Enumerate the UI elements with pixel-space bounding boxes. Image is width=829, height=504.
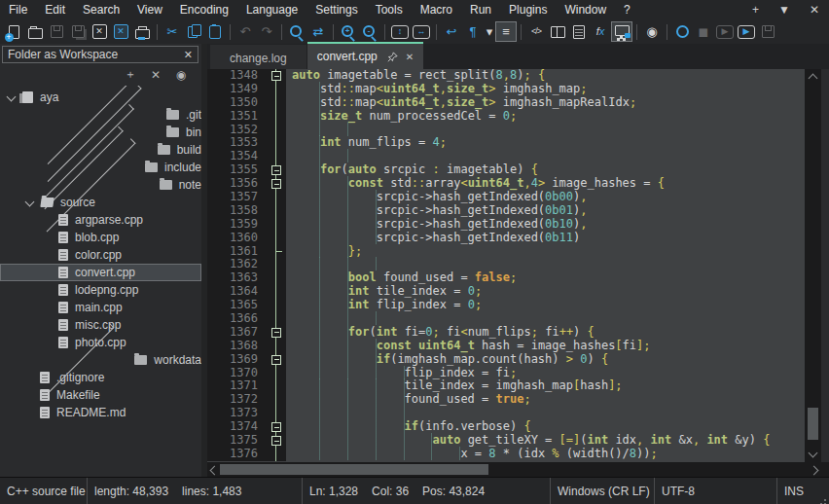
redo-icon[interactable]: ↷ — [256, 21, 277, 42]
fold-marker-icon[interactable] — [267, 326, 286, 340]
indent-guide-icon[interactable]: ≡ — [495, 21, 517, 42]
horizontal-scrollbar[interactable] — [207, 462, 829, 477]
token: < — [377, 95, 383, 109]
macro-save-icon[interactable] — [757, 21, 778, 42]
copy-icon[interactable] — [183, 21, 204, 42]
panel-close-icon[interactable]: ✕ — [184, 49, 193, 61]
horizontal-scroll-thumb[interactable] — [220, 464, 488, 475]
menu-search[interactable]: Search — [74, 0, 128, 19]
menu-plugins[interactable]: Plugins — [500, 0, 556, 19]
scroll-down-icon[interactable] — [809, 449, 818, 458]
fold-marker-icon[interactable] — [267, 177, 286, 191]
scroll-right-icon[interactable] — [810, 466, 819, 476]
macro-play-icon[interactable]: ▶ — [714, 21, 736, 42]
menu-view[interactable]: View — [128, 0, 171, 19]
fold-marker-icon[interactable] — [267, 69, 286, 83]
locate-current-file-icon[interactable]: ◉ — [172, 67, 190, 82]
macro-stop-icon[interactable]: ◼ — [693, 21, 714, 42]
tab-change.log[interactable]: change.log — [210, 45, 306, 69]
chevron-down-icon[interactable] — [25, 197, 35, 206]
document-list-icon[interactable] — [568, 21, 590, 42]
find-icon[interactable] — [286, 21, 307, 42]
menu-window[interactable]: Window — [556, 0, 615, 19]
user-defined-language-icon[interactable]: </> — [525, 21, 547, 42]
vertical-scrollbar[interactable] — [805, 69, 821, 462]
tab-convert.cpp[interactable]: convert.cpp✕ — [307, 42, 423, 69]
close-icon[interactable]: ✕ — [89, 21, 110, 42]
menu-macro[interactable]: Macro — [412, 0, 461, 19]
token: ; — [510, 109, 517, 123]
tree-item-main.cpp[interactable]: main.cpp — [0, 299, 201, 316]
tree-item-.gitignore[interactable]: .gitignore — [0, 369, 201, 386]
close-all-icon[interactable]: ✕ — [110, 21, 131, 42]
macro-record-icon[interactable] — [671, 21, 693, 42]
zoom-out-icon[interactable]: - — [359, 21, 380, 42]
code-editor[interactable]: 1348auto imagetable = rect_split(8,8); {… — [207, 69, 805, 462]
sync-horizontal-scroll-icon[interactable]: ↔ — [411, 21, 432, 42]
tree-item-README.md[interactable]: README.md — [0, 404, 201, 421]
replace-icon[interactable]: ⇄ — [307, 21, 329, 42]
tab-list-button[interactable]: ▼ — [769, 3, 800, 17]
fold-marker-icon[interactable] — [267, 420, 286, 434]
close-window-button[interactable]: ✕ — [800, 3, 829, 17]
tree-item-color.cpp[interactable]: color.cpp — [0, 246, 201, 264]
resize-grip-icon[interactable] — [815, 490, 829, 504]
folder-as-workspace-icon[interactable] — [611, 21, 632, 42]
macro-run-multiple-icon[interactable]: ▶ — [736, 21, 757, 42]
pin-icon[interactable] — [387, 52, 398, 62]
menu-encoding[interactable]: Encoding — [171, 0, 237, 19]
tree-item-argparse.cpp[interactable]: argparse.cpp — [0, 211, 201, 229]
code-line: 1375 auto get_tileXY = [=](int idx, int … — [207, 434, 805, 448]
menu-file[interactable]: File — [0, 0, 36, 19]
token: 0 — [468, 298, 475, 311]
print-icon[interactable] — [131, 21, 153, 42]
new-tab-button[interactable]: + — [742, 3, 769, 17]
tab-close-icon[interactable]: ✕ — [406, 52, 414, 62]
sync-vertical-scroll-icon[interactable]: ↕ — [389, 21, 411, 42]
word-wrap-icon[interactable]: ↩ — [441, 21, 462, 42]
menu-language[interactable]: Language — [237, 0, 306, 19]
open-file-icon[interactable] — [24, 21, 46, 42]
scroll-up-icon[interactable] — [809, 74, 818, 84]
document-map-icon[interactable] — [547, 21, 568, 42]
status-encoding[interactable]: UTF-8 — [654, 478, 776, 504]
fold-marker-icon[interactable] — [267, 353, 286, 367]
new-file-icon[interactable] — [3, 21, 24, 42]
menu-settings[interactable]: Settings — [306, 0, 366, 19]
tree-item-Makefile[interactable]: Makefile — [0, 386, 201, 404]
zoom-in-icon[interactable]: + — [338, 21, 359, 42]
cut-icon[interactable]: ✂ — [162, 21, 183, 42]
menu-help[interactable]: ? — [615, 0, 639, 19]
monitoring-icon[interactable]: ◉ — [641, 21, 663, 42]
paste-icon[interactable] — [204, 21, 226, 42]
status-eol-format[interactable]: Windows (CR LF) — [550, 478, 654, 504]
tree-item-lodepng.cpp[interactable]: lodepng.cpp — [0, 281, 201, 299]
fold-marker-icon[interactable] — [267, 163, 286, 177]
chevron-down-icon[interactable] — [7, 91, 17, 101]
expand-all-icon[interactable]: ＋ — [122, 67, 139, 82]
token: ; — [531, 325, 538, 339]
scroll-left-icon[interactable] — [210, 466, 220, 476]
save-icon[interactable] — [46, 21, 67, 42]
tree-item-source[interactable]: source — [0, 194, 201, 211]
undo-icon[interactable]: ↶ — [234, 21, 256, 42]
code-line: 1349 std::map<uint64_t,size_t> imghash_m… — [207, 83, 805, 96]
menu-tools[interactable]: Tools — [367, 0, 412, 19]
menu-run[interactable]: Run — [461, 0, 500, 19]
tree-item-convert.cpp[interactable]: convert.cpp — [0, 264, 201, 281]
tree-item-blob.cpp[interactable]: blob.cpp — [0, 229, 201, 246]
collapse-all-icon[interactable]: ✕ — [147, 67, 164, 82]
code-text — [286, 312, 805, 326]
code-line: 1353 int num_flips = 4; — [207, 136, 805, 150]
line-number: 1349 — [207, 83, 267, 96]
menu-edit[interactable]: Edit — [36, 0, 74, 19]
vertical-scroll-thumb[interactable] — [808, 408, 818, 440]
tree-item-workdata[interactable]: workdata — [0, 351, 201, 369]
tree-item-note[interactable]: note — [0, 176, 201, 194]
show-all-characters-icon[interactable]: ¶ — [462, 21, 484, 42]
show-all-characters-dropdown-icon[interactable]: ▾ — [484, 21, 495, 42]
function-list-icon[interactable]: fx — [590, 21, 611, 42]
fold-marker-icon[interactable] — [267, 434, 286, 448]
save-all-icon[interactable] — [67, 21, 89, 42]
status-insert-mode[interactable]: INS — [776, 478, 813, 504]
